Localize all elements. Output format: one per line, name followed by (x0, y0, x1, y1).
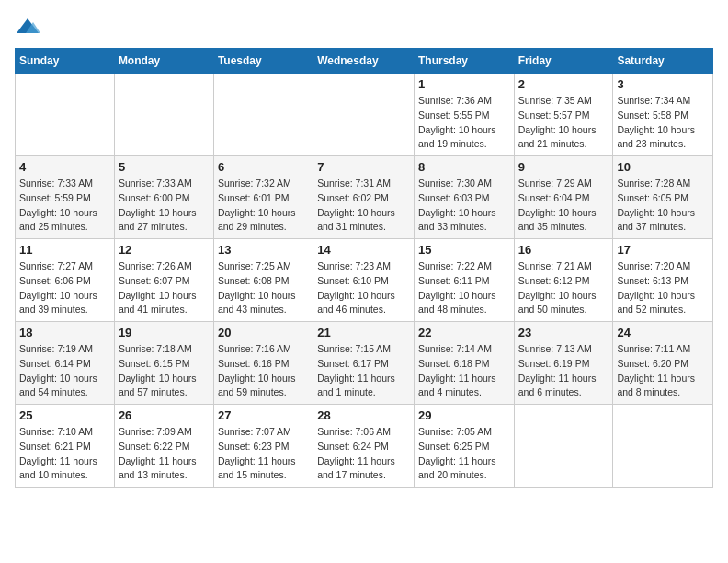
logo (15, 15, 42, 40)
week-row-1: 1Sunrise: 7:36 AM Sunset: 5:55 PM Daylig… (16, 74, 713, 156)
day-info: Sunrise: 7:06 AM Sunset: 6:24 PM Dayligh… (317, 425, 410, 483)
day-info: Sunrise: 7:16 AM Sunset: 6:16 PM Dayligh… (218, 342, 309, 400)
day-cell: 24Sunrise: 7:11 AM Sunset: 6:20 PM Dayli… (613, 322, 713, 405)
day-info: Sunrise: 7:22 AM Sunset: 6:11 PM Dayligh… (418, 259, 510, 317)
day-cell: 5Sunrise: 7:33 AM Sunset: 6:00 PM Daylig… (114, 156, 213, 239)
day-info: Sunrise: 7:34 AM Sunset: 5:58 PM Dayligh… (617, 94, 709, 152)
day-number: 13 (218, 243, 309, 257)
day-number: 26 (119, 408, 210, 422)
day-cell (16, 74, 115, 156)
day-cell: 7Sunrise: 7:31 AM Sunset: 6:02 PM Daylig… (313, 156, 415, 239)
day-cell: 2Sunrise: 7:35 AM Sunset: 5:57 PM Daylig… (514, 74, 613, 156)
day-cell: 18Sunrise: 7:19 AM Sunset: 6:14 PM Dayli… (16, 322, 115, 405)
day-cell: 28Sunrise: 7:06 AM Sunset: 6:24 PM Dayli… (313, 405, 415, 488)
day-cell: 14Sunrise: 7:23 AM Sunset: 6:10 PM Dayli… (313, 239, 415, 322)
day-cell: 20Sunrise: 7:16 AM Sunset: 6:16 PM Dayli… (213, 322, 313, 405)
day-cell: 17Sunrise: 7:20 AM Sunset: 6:13 PM Dayli… (613, 239, 713, 322)
day-cell: 13Sunrise: 7:25 AM Sunset: 6:08 PM Dayli… (213, 239, 313, 322)
day-cell: 11Sunrise: 7:27 AM Sunset: 6:06 PM Dayli… (16, 239, 115, 322)
day-cell: 4Sunrise: 7:33 AM Sunset: 5:59 PM Daylig… (16, 156, 115, 239)
day-number: 10 (617, 160, 709, 174)
day-cell: 27Sunrise: 7:07 AM Sunset: 6:23 PM Dayli… (213, 405, 313, 488)
day-info: Sunrise: 7:10 AM Sunset: 6:21 PM Dayligh… (19, 425, 110, 483)
day-cell (514, 405, 613, 488)
day-number: 1 (418, 77, 510, 91)
day-number: 3 (617, 77, 709, 91)
day-cell: 12Sunrise: 7:26 AM Sunset: 6:07 PM Dayli… (114, 239, 213, 322)
day-number: 15 (418, 243, 510, 257)
day-info: Sunrise: 7:30 AM Sunset: 6:03 PM Dayligh… (418, 177, 510, 235)
day-cell: 9Sunrise: 7:29 AM Sunset: 6:04 PM Daylig… (514, 156, 613, 239)
day-info: Sunrise: 7:05 AM Sunset: 6:25 PM Dayligh… (418, 425, 510, 483)
day-info: Sunrise: 7:21 AM Sunset: 6:12 PM Dayligh… (518, 259, 609, 317)
day-cell (613, 405, 713, 488)
day-cell: 23Sunrise: 7:13 AM Sunset: 6:19 PM Dayli… (514, 322, 613, 405)
week-row-4: 18Sunrise: 7:19 AM Sunset: 6:14 PM Dayli… (16, 322, 713, 405)
day-info: Sunrise: 7:11 AM Sunset: 6:20 PM Dayligh… (617, 342, 709, 400)
day-number: 19 (119, 326, 210, 339)
day-number: 5 (119, 160, 210, 174)
day-info: Sunrise: 7:13 AM Sunset: 6:19 PM Dayligh… (518, 342, 609, 400)
day-number: 8 (418, 160, 510, 174)
day-number: 25 (19, 408, 110, 422)
day-number: 7 (317, 160, 410, 174)
day-info: Sunrise: 7:07 AM Sunset: 6:23 PM Dayligh… (218, 425, 309, 483)
day-number: 22 (418, 326, 510, 339)
day-cell: 25Sunrise: 7:10 AM Sunset: 6:21 PM Dayli… (16, 405, 115, 488)
day-header-friday: Friday (514, 49, 613, 74)
calendar-body: 1Sunrise: 7:36 AM Sunset: 5:55 PM Daylig… (16, 74, 713, 488)
week-row-3: 11Sunrise: 7:27 AM Sunset: 6:06 PM Dayli… (16, 239, 713, 322)
day-cell (313, 74, 415, 156)
header-row: SundayMondayTuesdayWednesdayThursdayFrid… (16, 49, 713, 74)
day-cell: 29Sunrise: 7:05 AM Sunset: 6:25 PM Dayli… (414, 405, 514, 488)
day-cell: 10Sunrise: 7:28 AM Sunset: 6:05 PM Dayli… (613, 156, 713, 239)
day-number: 29 (418, 408, 510, 422)
day-info: Sunrise: 7:26 AM Sunset: 6:07 PM Dayligh… (119, 259, 210, 317)
day-info: Sunrise: 7:31 AM Sunset: 6:02 PM Dayligh… (317, 177, 410, 235)
day-cell (114, 74, 213, 156)
day-number: 21 (317, 326, 410, 339)
calendar-header: SundayMondayTuesdayWednesdayThursdayFrid… (16, 49, 713, 74)
day-info: Sunrise: 7:14 AM Sunset: 6:18 PM Dayligh… (418, 342, 510, 400)
day-number: 2 (518, 77, 609, 91)
day-info: Sunrise: 7:09 AM Sunset: 6:22 PM Dayligh… (119, 425, 210, 483)
day-number: 17 (617, 243, 709, 257)
logo-icon (15, 15, 40, 40)
day-info: Sunrise: 7:28 AM Sunset: 6:05 PM Dayligh… (617, 177, 709, 235)
day-number: 12 (119, 243, 210, 257)
page-header (15, 15, 713, 40)
week-row-2: 4Sunrise: 7:33 AM Sunset: 5:59 PM Daylig… (16, 156, 713, 239)
day-number: 18 (19, 326, 110, 339)
day-cell: 3Sunrise: 7:34 AM Sunset: 5:58 PM Daylig… (613, 74, 713, 156)
day-info: Sunrise: 7:29 AM Sunset: 6:04 PM Dayligh… (518, 177, 609, 235)
day-info: Sunrise: 7:15 AM Sunset: 6:17 PM Dayligh… (317, 342, 410, 400)
day-cell: 26Sunrise: 7:09 AM Sunset: 6:22 PM Dayli… (114, 405, 213, 488)
day-number: 4 (19, 160, 110, 174)
day-cell: 8Sunrise: 7:30 AM Sunset: 6:03 PM Daylig… (414, 156, 514, 239)
day-header-monday: Monday (114, 49, 213, 74)
day-header-wednesday: Wednesday (313, 49, 415, 74)
day-header-tuesday: Tuesday (213, 49, 313, 74)
day-info: Sunrise: 7:36 AM Sunset: 5:55 PM Dayligh… (418, 94, 510, 152)
day-number: 6 (218, 160, 309, 174)
day-header-saturday: Saturday (613, 49, 713, 74)
calendar-table: SundayMondayTuesdayWednesdayThursdayFrid… (15, 48, 713, 488)
day-number: 24 (617, 326, 709, 339)
day-cell: 6Sunrise: 7:32 AM Sunset: 6:01 PM Daylig… (213, 156, 313, 239)
day-header-sunday: Sunday (16, 49, 115, 74)
day-cell: 15Sunrise: 7:22 AM Sunset: 6:11 PM Dayli… (414, 239, 514, 322)
day-info: Sunrise: 7:27 AM Sunset: 6:06 PM Dayligh… (19, 259, 110, 317)
day-number: 16 (518, 243, 609, 257)
day-number: 9 (518, 160, 609, 174)
day-info: Sunrise: 7:23 AM Sunset: 6:10 PM Dayligh… (317, 259, 410, 317)
day-number: 23 (518, 326, 609, 339)
day-info: Sunrise: 7:18 AM Sunset: 6:15 PM Dayligh… (119, 342, 210, 400)
day-cell: 21Sunrise: 7:15 AM Sunset: 6:17 PM Dayli… (313, 322, 415, 405)
day-info: Sunrise: 7:33 AM Sunset: 6:00 PM Dayligh… (119, 177, 210, 235)
day-info: Sunrise: 7:33 AM Sunset: 5:59 PM Dayligh… (19, 177, 110, 235)
day-cell: 1Sunrise: 7:36 AM Sunset: 5:55 PM Daylig… (414, 74, 514, 156)
day-cell: 19Sunrise: 7:18 AM Sunset: 6:15 PM Dayli… (114, 322, 213, 405)
day-number: 20 (218, 326, 309, 339)
day-info: Sunrise: 7:25 AM Sunset: 6:08 PM Dayligh… (218, 259, 309, 317)
day-header-thursday: Thursday (414, 49, 514, 74)
